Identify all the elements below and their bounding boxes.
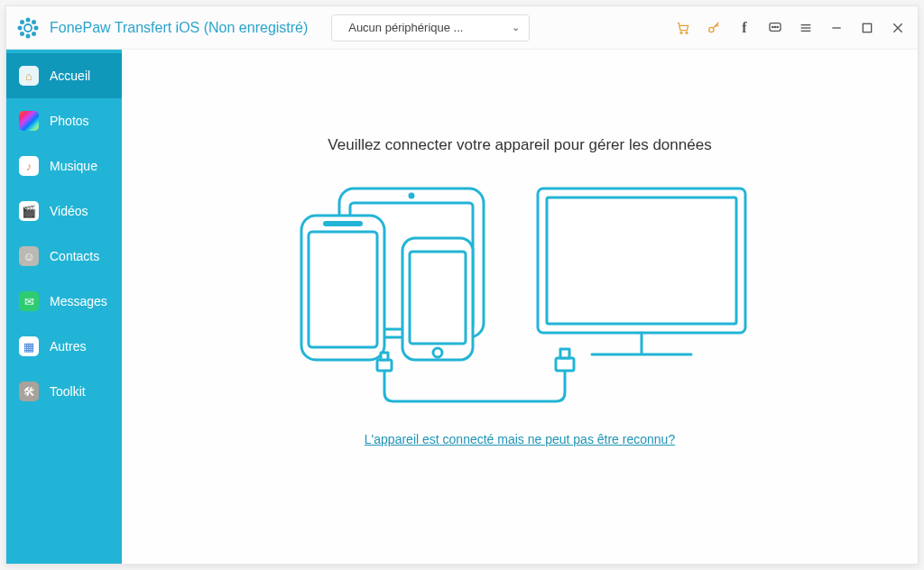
svg-rect-33 xyxy=(547,198,736,324)
cart-icon[interactable] xyxy=(674,19,692,37)
sidebar-item-label: Autres xyxy=(50,339,86,354)
minimize-icon[interactable] xyxy=(827,19,845,37)
sidebar-item-label: Messages xyxy=(50,294,107,308)
key-icon[interactable] xyxy=(705,19,723,37)
svg-point-5 xyxy=(21,20,23,23)
titlebar: FonePaw Transfert iOS (Non enregistré) A… xyxy=(6,6,918,50)
svg-rect-28 xyxy=(323,221,363,226)
svg-rect-20 xyxy=(863,23,871,32)
toolkit-icon: 🛠 xyxy=(19,382,39,401)
svg-point-11 xyxy=(709,27,714,32)
sidebar-item-contacts[interactable]: ☺ Contacts xyxy=(6,234,122,279)
sidebar-item-messages[interactable]: ✉ Messages xyxy=(6,279,122,324)
close-icon[interactable] xyxy=(889,19,907,37)
svg-point-7 xyxy=(32,20,35,23)
chevron-down-icon: ⌄ xyxy=(512,22,520,33)
connect-prompt: Veuillez connecter votre appareil pour g… xyxy=(328,136,711,154)
sidebar-item-musique[interactable]: ♪ Musique xyxy=(6,143,122,188)
sidebar-item-videos[interactable]: 🎬 Vidéos xyxy=(6,188,122,234)
photos-icon xyxy=(19,111,39,131)
sidebar-item-label: Musique xyxy=(50,159,97,173)
svg-point-14 xyxy=(774,26,775,27)
svg-rect-36 xyxy=(377,360,392,371)
maximize-icon[interactable] xyxy=(858,19,876,37)
sidebar-item-label: Vidéos xyxy=(50,204,88,218)
menu-icon[interactable] xyxy=(797,19,815,37)
main-panel: Veuillez connecter votre appareil pour g… xyxy=(122,50,918,564)
svg-point-4 xyxy=(34,26,37,29)
svg-point-9 xyxy=(680,32,682,33)
svg-rect-27 xyxy=(309,232,377,347)
facebook-icon[interactable]: f xyxy=(735,19,753,37)
sidebar-item-label: Contacts xyxy=(50,249,99,263)
sidebar-item-label: Accueil xyxy=(50,69,90,83)
titlebar-actions: f xyxy=(674,19,907,37)
device-not-recognized-link[interactable]: L'appareil est connecté mais ne peut pas… xyxy=(365,432,675,446)
app-title: FonePaw Transfert iOS (Non enregistré) xyxy=(50,20,308,36)
contacts-icon: ☺ xyxy=(19,246,39,266)
music-icon: ♪ xyxy=(19,156,39,176)
messages-icon: ✉ xyxy=(19,291,39,311)
svg-point-15 xyxy=(777,26,778,27)
body: ⌂ Accueil Photos ♪ Musique 🎬 Vidéos ☺ Co… xyxy=(6,50,918,564)
sidebar-item-label: Toolkit xyxy=(50,384,86,399)
sidebar: ⌂ Accueil Photos ♪ Musique 🎬 Vidéos ☺ Co… xyxy=(6,50,122,564)
svg-point-1 xyxy=(26,18,29,21)
sidebar-item-autres[interactable]: ▦ Autres xyxy=(6,324,122,369)
app-logo-icon xyxy=(17,17,39,39)
svg-rect-38 xyxy=(556,358,574,371)
sidebar-item-photos[interactable]: Photos xyxy=(6,98,122,143)
svg-point-3 xyxy=(18,26,21,29)
svg-point-0 xyxy=(24,24,32,32)
svg-point-2 xyxy=(26,34,29,37)
home-icon: ⌂ xyxy=(19,66,39,86)
autres-icon: ▦ xyxy=(19,336,39,356)
svg-point-6 xyxy=(32,32,35,34)
videos-icon: 🎬 xyxy=(19,201,39,221)
svg-rect-39 xyxy=(560,349,569,358)
sidebar-item-toolkit[interactable]: 🛠 Toolkit xyxy=(6,369,122,414)
sidebar-item-label: Photos xyxy=(50,114,89,128)
svg-rect-37 xyxy=(381,353,388,360)
svg-point-8 xyxy=(21,32,23,34)
device-dropdown-label: Aucun périphérique ... xyxy=(348,21,463,34)
app-window: FonePaw Transfert iOS (Non enregistré) A… xyxy=(5,5,919,565)
svg-point-13 xyxy=(772,26,773,27)
feedback-icon[interactable] xyxy=(766,19,784,37)
svg-rect-30 xyxy=(410,252,466,344)
device-dropdown[interactable]: Aucun périphérique ... ⌄ xyxy=(331,14,530,41)
svg-point-25 xyxy=(410,194,413,198)
connect-illustration xyxy=(285,179,754,405)
svg-point-10 xyxy=(686,32,688,33)
sidebar-item-accueil[interactable]: ⌂ Accueil xyxy=(6,53,122,98)
